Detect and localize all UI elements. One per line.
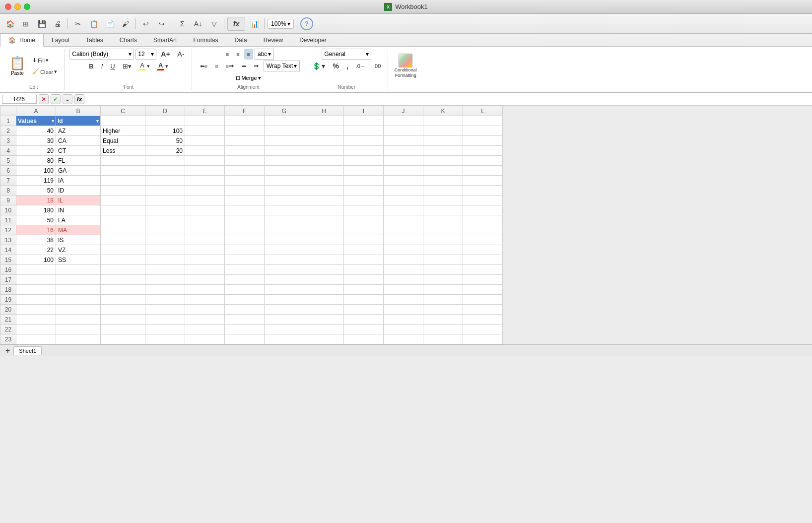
- cell-e12[interactable]: [185, 225, 225, 235]
- copy-icon[interactable]: 📋: [87, 17, 101, 31]
- cell-l4[interactable]: [463, 146, 503, 156]
- cell-i13[interactable]: [344, 235, 384, 245]
- cell-h6[interactable]: [304, 166, 344, 176]
- cell-f4[interactable]: [225, 146, 265, 156]
- comma-button[interactable]: ,: [343, 61, 351, 71]
- undo-icon[interactable]: ↩: [139, 17, 153, 31]
- cell-e2[interactable]: [185, 126, 225, 136]
- cell-g12[interactable]: [265, 225, 304, 235]
- formula-expand-button[interactable]: ⌄: [63, 94, 72, 104]
- cell-a12[interactable]: 16: [16, 225, 56, 235]
- cell-c2[interactable]: Higher: [101, 126, 145, 136]
- cut-icon[interactable]: ✂: [71, 17, 85, 31]
- cell-f11[interactable]: [225, 215, 265, 225]
- cell-e3[interactable]: [185, 136, 225, 146]
- cell-j2[interactable]: [384, 126, 423, 136]
- cell-f3[interactable]: [225, 136, 265, 146]
- cell-e10[interactable]: [185, 205, 225, 215]
- cell-l8[interactable]: [463, 186, 503, 196]
- cell-f10[interactable]: [225, 205, 265, 215]
- cell-h2[interactable]: [304, 126, 344, 136]
- cell-k2[interactable]: [423, 126, 463, 136]
- cell-j11[interactable]: [384, 215, 423, 225]
- cell-b13[interactable]: IS: [56, 235, 101, 245]
- font-shrink-button[interactable]: A-: [175, 49, 188, 60]
- cell-i6[interactable]: [344, 166, 384, 176]
- cell-g6[interactable]: [265, 166, 304, 176]
- align-right-top-button[interactable]: ≡: [244, 49, 253, 60]
- cell-j14[interactable]: [384, 245, 423, 255]
- cell-g5[interactable]: [265, 156, 304, 166]
- cell-l14[interactable]: [463, 245, 503, 255]
- cell-b8[interactable]: ID: [56, 186, 101, 196]
- cell-c4[interactable]: Less: [101, 146, 145, 156]
- cell-h13[interactable]: [304, 235, 344, 245]
- font-grow-button[interactable]: A+: [158, 49, 173, 60]
- cell-d8[interactable]: [145, 186, 185, 196]
- tab-charts[interactable]: Charts: [112, 34, 145, 46]
- col-header-f[interactable]: F: [225, 106, 265, 116]
- bold-button[interactable]: B: [86, 61, 96, 71]
- cell-d15[interactable]: [145, 255, 185, 265]
- cell-a7[interactable]: 119: [16, 176, 56, 186]
- cell-j10[interactable]: [384, 205, 423, 215]
- cell-f7[interactable]: [225, 176, 265, 186]
- cell-d11[interactable]: [145, 215, 185, 225]
- paste-button[interactable]: 📋 Paste: [7, 55, 28, 77]
- close-button[interactable]: [5, 3, 11, 10]
- new-workbook-icon[interactable]: ⊞: [19, 17, 33, 31]
- cell-a9[interactable]: 18: [16, 196, 56, 205]
- cell-i9[interactable]: [344, 196, 384, 205]
- cell-c7[interactable]: [101, 176, 145, 186]
- cell-f14[interactable]: [225, 245, 265, 255]
- cell-i4[interactable]: [344, 146, 384, 156]
- cell-g2[interactable]: [265, 126, 304, 136]
- cell-k14[interactable]: [423, 245, 463, 255]
- chart-icon[interactable]: 📊: [247, 17, 261, 31]
- cell-a10[interactable]: 180: [16, 205, 56, 215]
- col-header-b[interactable]: B: [56, 106, 101, 116]
- cell-i12[interactable]: [344, 225, 384, 235]
- print-icon[interactable]: 🖨: [51, 17, 65, 31]
- decimal-decrease-button[interactable]: .00: [370, 61, 384, 71]
- cell-f6[interactable]: [225, 166, 265, 176]
- cell-k1[interactable]: [423, 116, 463, 126]
- cell-a13[interactable]: 38: [16, 235, 56, 245]
- cell-b2[interactable]: AZ: [56, 126, 101, 136]
- cell-a6[interactable]: 100: [16, 166, 56, 176]
- cell-h9[interactable]: [304, 196, 344, 205]
- formula-confirm-button[interactable]: ✓: [51, 94, 61, 104]
- cell-e11[interactable]: [185, 215, 225, 225]
- col-header-e[interactable]: E: [185, 106, 225, 116]
- cell-h12[interactable]: [304, 225, 344, 235]
- cell-c11[interactable]: [101, 215, 145, 225]
- cell-f1[interactable]: [225, 116, 265, 126]
- tab-review[interactable]: Review: [256, 34, 291, 46]
- cell-c10[interactable]: [101, 205, 145, 215]
- cell-j15[interactable]: [384, 255, 423, 265]
- tab-home[interactable]: 🏠 Home: [0, 34, 44, 47]
- cell-c15[interactable]: [101, 255, 145, 265]
- align-center-button[interactable]: ≡: [212, 61, 221, 71]
- cell-d4[interactable]: 20: [145, 146, 185, 156]
- cell-e5[interactable]: [185, 156, 225, 166]
- cell-g7[interactable]: [265, 176, 304, 186]
- font-size-selector[interactable]: 12 ▾: [135, 49, 156, 60]
- cell-a15[interactable]: 100: [16, 255, 56, 265]
- cell-c13[interactable]: [101, 235, 145, 245]
- cell-h7[interactable]: [304, 176, 344, 186]
- cell-d14[interactable]: [145, 245, 185, 255]
- cell-h8[interactable]: [304, 186, 344, 196]
- fill-color-button[interactable]: A ▾: [136, 61, 153, 71]
- cell-f2[interactable]: [225, 126, 265, 136]
- cell-h1[interactable]: [304, 116, 344, 126]
- cell-g10[interactable]: [265, 205, 304, 215]
- cell-g9[interactable]: [265, 196, 304, 205]
- cell-e4[interactable]: [185, 146, 225, 156]
- text-direction-control[interactable]: abc ▾: [255, 49, 274, 60]
- cell-k7[interactable]: [423, 176, 463, 186]
- border-button[interactable]: ⊞▾: [120, 61, 135, 71]
- align-left-button[interactable]: ⬅≡: [197, 61, 210, 71]
- cell-k3[interactable]: [423, 136, 463, 146]
- cell-b11[interactable]: LA: [56, 215, 101, 225]
